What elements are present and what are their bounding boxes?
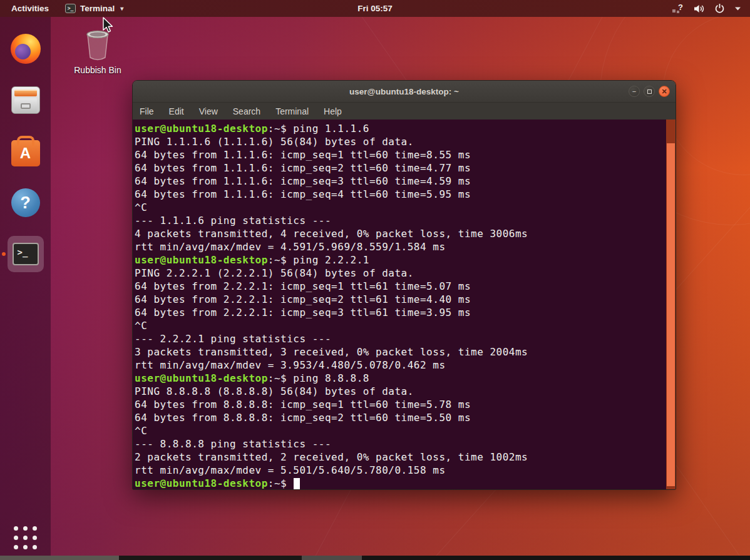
scrollbar-track[interactable] — [666, 120, 676, 489]
terminal-line: rtt min/avg/max/mdev = 3.953/4.480/5.078… — [135, 359, 666, 372]
desktop-screen: Activities >_ Terminal ▾ Fri 05:57 ? — [0, 0, 750, 560]
activities-button[interactable]: Activities — [9, 3, 51, 14]
terminal-app-icon: >_ — [65, 4, 76, 13]
terminal-line: user@ubuntu18-desktop:~$ ping 2.2.2.1 — [135, 253, 666, 267]
menu-view[interactable]: View — [199, 106, 218, 116]
terminal-window: user@ubuntu18-desktop: ~ − ✕ File Edit V… — [132, 80, 676, 490]
menu-terminal[interactable]: Terminal — [275, 106, 309, 116]
terminal-line: --- 8.8.8.8 ping statistics --- — [135, 437, 666, 451]
terminal-line: --- 2.2.2.1 ping statistics --- — [135, 332, 666, 345]
menu-bar: File Edit View Search Terminal Help — [133, 102, 676, 120]
dock-item-ubuntu-software[interactable]: A — [8, 133, 44, 170]
chevron-down-icon: ▾ — [120, 5, 123, 12]
terminal-line: --- 1.1.1.6 ping statistics --- — [135, 214, 666, 227]
network-unknown-icon: ? — [672, 3, 684, 14]
terminal-line: 4 packets transmitted, 4 received, 0% pa… — [135, 227, 666, 240]
svg-text:?: ? — [678, 3, 683, 12]
terminal-line: ^C — [135, 201, 666, 214]
running-indicator-dot — [2, 252, 6, 256]
terminal-line: PING 1.1.1.6 (1.1.1.6) 56(84) bytes of d… — [135, 135, 666, 148]
terminal-line: 64 bytes from 1.1.1.6: icmp_seq=4 ttl=60… — [135, 188, 666, 201]
terminal-line: 64 bytes from 8.8.8.8: icmp_seq=1 ttl=60… — [135, 398, 666, 411]
terminal-icon: >_ — [13, 243, 39, 265]
scrollbar-thumb[interactable] — [667, 143, 675, 486]
dock-item-help[interactable]: ? — [8, 185, 44, 221]
terminal-line: 3 packets transmitted, 3 received, 0% pa… — [135, 345, 666, 359]
maximize-button[interactable] — [644, 86, 655, 97]
rubbish-bin-icon — [81, 29, 114, 63]
show-applications-button[interactable] — [14, 526, 38, 550]
clock[interactable]: Fri 05:57 — [357, 4, 393, 13]
menu-edit[interactable]: Edit — [169, 106, 184, 116]
dock: A ? >_ — [0, 17, 51, 560]
terminal-line: PING 8.8.8.8 (8.8.8.8) 56(84) bytes of d… — [135, 385, 666, 398]
terminal-line: PING 2.2.2.1 (2.2.2.1) 56(84) bytes of d… — [135, 267, 666, 280]
volume-icon — [694, 4, 705, 14]
system-indicators[interactable]: ? — [672, 3, 750, 14]
close-button[interactable]: ✕ — [659, 86, 670, 97]
power-icon — [714, 3, 725, 14]
help-icon: ? — [11, 188, 40, 217]
dock-item-firefox[interactable] — [8, 31, 44, 67]
maximize-icon — [647, 89, 652, 94]
window-title: user@ubuntu18-desktop: ~ — [349, 87, 459, 96]
files-icon — [11, 86, 40, 114]
menu-file[interactable]: File — [140, 106, 154, 116]
terminal-line: ^C — [135, 319, 666, 332]
terminal-line: 64 bytes from 1.1.1.6: icmp_seq=3 ttl=60… — [135, 175, 666, 188]
terminal-cursor — [294, 478, 300, 489]
mouse-cursor — [102, 17, 115, 34]
terminal-line: 64 bytes from 2.2.2.1: icmp_seq=3 ttl=61… — [135, 306, 666, 319]
terminal-line: rtt min/avg/max/mdev = 4.591/5.969/8.559… — [135, 240, 666, 253]
terminal-line: 64 bytes from 1.1.1.6: icmp_seq=1 ttl=60… — [135, 148, 666, 161]
terminal-line: user@ubuntu18-desktop:~$ — [135, 477, 666, 489]
window-titlebar[interactable]: user@ubuntu18-desktop: ~ − ✕ — [133, 81, 676, 102]
terminal-line: rtt min/avg/max/mdev = 5.501/5.640/5.780… — [135, 464, 666, 477]
terminal-line: 64 bytes from 8.8.8.8: icmp_seq=2 ttl=60… — [135, 411, 666, 424]
terminal-line: ^C — [135, 424, 666, 437]
minimize-button[interactable]: − — [629, 86, 640, 97]
top-bar: Activities >_ Terminal ▾ Fri 05:57 ? — [0, 0, 750, 17]
chevron-down-icon — [734, 6, 741, 11]
app-menu-terminal[interactable]: >_ Terminal ▾ — [65, 4, 123, 13]
menu-help[interactable]: Help — [324, 106, 342, 116]
terminal-output[interactable]: user@ubuntu18-desktop:~$ ping 1.1.1.6PIN… — [133, 120, 666, 489]
app-menu-label: Terminal — [80, 4, 115, 13]
terminal-line: 64 bytes from 2.2.2.1: icmp_seq=1 ttl=61… — [135, 280, 666, 293]
terminal-line: user@ubuntu18-desktop:~$ ping 8.8.8.8 — [135, 372, 666, 385]
terminal-line: 2 packets transmitted, 2 received, 0% pa… — [135, 451, 666, 464]
firefox-icon — [11, 34, 41, 64]
terminal-line: 64 bytes from 1.1.1.6: icmp_seq=2 ttl=60… — [135, 161, 666, 175]
desktop-icon-rubbish-bin[interactable]: Rubbish Bin — [67, 29, 128, 75]
ubuntu-software-icon: A — [11, 140, 40, 166]
terminal-line: user@ubuntu18-desktop:~$ ping 1.1.1.6 — [135, 122, 666, 135]
menu-search[interactable]: Search — [233, 106, 260, 116]
dock-item-terminal[interactable]: >_ — [8, 236, 44, 272]
dock-item-files[interactable] — [8, 82, 44, 118]
bottom-edge-strip — [0, 556, 750, 560]
terminal-line: 64 bytes from 2.2.2.1: icmp_seq=2 ttl=61… — [135, 293, 666, 306]
rubbish-bin-label: Rubbish Bin — [74, 65, 121, 75]
